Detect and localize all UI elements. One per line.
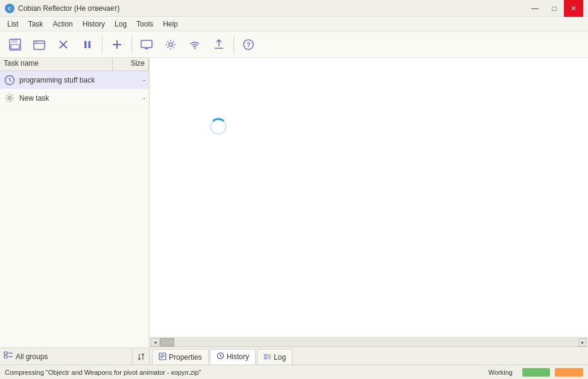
monitor-button[interactable]: [135, 34, 158, 55]
bottom-tabs: Properties History: [150, 346, 588, 365]
right-panel: ◂ ▸ Properties: [150, 58, 588, 365]
menubar: List Task Action History Log Tools Help: [0, 17, 588, 31]
history-icon: [217, 352, 224, 362]
working-label: Working: [484, 368, 517, 377]
svg-point-23: [8, 96, 11, 99]
scroll-track[interactable]: [160, 338, 578, 346]
menu-help[interactable]: Help: [158, 19, 183, 30]
titlebar: C Cobian Reflector (Не отвечает) — □ ✕: [0, 0, 588, 17]
menu-log[interactable]: Log: [110, 19, 131, 30]
status-text: Compressing "Objectr and Weapons for piv…: [5, 369, 479, 376]
toolbar: ?: [0, 31, 588, 58]
content-area: [150, 58, 588, 337]
menu-list[interactable]: List: [2, 19, 24, 30]
svg-rect-35: [268, 354, 271, 359]
tab-properties-label: Properties: [169, 353, 202, 362]
task-name-1: programming stuff back: [19, 76, 115, 84]
network-button[interactable]: [183, 34, 206, 55]
tab-log[interactable]: Log: [257, 349, 292, 365]
scroll-thumb[interactable]: [160, 338, 174, 346]
svg-rect-4: [11, 45, 19, 49]
svg-rect-33: [264, 354, 267, 356]
settings-button[interactable]: [159, 34, 182, 55]
task-item-1[interactable]: programming stuff back -: [0, 71, 149, 89]
svg-rect-6: [34, 41, 38, 43]
close-button[interactable]: ✕: [564, 0, 583, 17]
sort-button[interactable]: [132, 348, 149, 365]
task-list: programming stuff back - New task -: [0, 71, 149, 348]
tab-history[interactable]: History: [210, 349, 256, 365]
task-list-header: Task name Size: [0, 58, 149, 71]
window-controls: — □ ✕: [525, 0, 583, 17]
statusbar: Compressing "Objectr and Weapons for piv…: [0, 365, 588, 379]
menu-tools[interactable]: Tools: [131, 19, 158, 30]
menu-history[interactable]: History: [78, 19, 110, 30]
svg-rect-25: [4, 356, 7, 358]
tab-history-label: History: [227, 352, 249, 361]
app-icon: C: [5, 4, 14, 13]
task-size-2: -: [115, 94, 145, 102]
left-panel: Task name Size programming stuff back -: [0, 58, 150, 365]
tab-properties[interactable]: Properties: [152, 349, 209, 365]
properties-icon: [159, 352, 166, 362]
task-icon-clock: [4, 74, 16, 86]
task-name-2: New task: [19, 94, 115, 102]
save-button[interactable]: [4, 34, 27, 55]
col-header-size: Size: [113, 58, 149, 70]
delete-button[interactable]: [52, 34, 75, 55]
all-groups-button[interactable]: All groups: [0, 351, 132, 362]
menu-action[interactable]: Action: [48, 19, 77, 30]
svg-rect-24: [4, 352, 7, 354]
loading-spinner: [210, 118, 227, 135]
toolbar-separator-1: [102, 36, 103, 53]
svg-rect-9: [84, 41, 87, 48]
task-item-2[interactable]: New task -: [0, 89, 149, 107]
status-badge-orange: [555, 368, 583, 377]
add-button[interactable]: [106, 34, 128, 55]
groups-icon: [4, 351, 13, 362]
status-badge-green: [522, 368, 551, 377]
svg-point-17: [194, 47, 195, 48]
svg-text:C: C: [8, 7, 11, 11]
col-header-name: Task name: [0, 58, 113, 70]
svg-rect-3: [11, 39, 17, 43]
svg-rect-34: [264, 357, 267, 359]
maximize-button[interactable]: □: [545, 0, 564, 17]
svg-rect-13: [141, 40, 152, 48]
log-icon: [264, 352, 271, 362]
task-icon-gear: [4, 92, 16, 104]
scroll-right-arrow[interactable]: ▸: [578, 338, 587, 346]
all-groups-label: All groups: [16, 352, 48, 361]
tab-log-label: Log: [274, 353, 286, 362]
help-button[interactable]: ?: [237, 34, 260, 55]
svg-rect-10: [89, 41, 91, 48]
svg-line-22: [10, 80, 11, 81]
open-button[interactable]: [28, 34, 51, 55]
toolbar-separator-2: [131, 36, 132, 53]
toolbar-separator-3: [233, 36, 234, 53]
scroll-left-arrow[interactable]: ◂: [151, 338, 159, 346]
svg-text:?: ?: [247, 42, 250, 48]
app-title: Cobian Reflector (Не отвечает): [18, 4, 522, 13]
horizontal-scrollbar[interactable]: ◂ ▸: [150, 337, 588, 346]
main-area: Task name Size programming stuff back -: [0, 58, 588, 365]
svg-point-16: [169, 43, 172, 46]
task-size-1: -: [115, 76, 145, 84]
minimize-button[interactable]: —: [525, 0, 545, 17]
upload-button[interactable]: [207, 34, 230, 55]
menu-task[interactable]: Task: [24, 19, 48, 30]
pause-button[interactable]: [76, 34, 99, 55]
bottom-left-controls: All groups: [0, 348, 149, 365]
